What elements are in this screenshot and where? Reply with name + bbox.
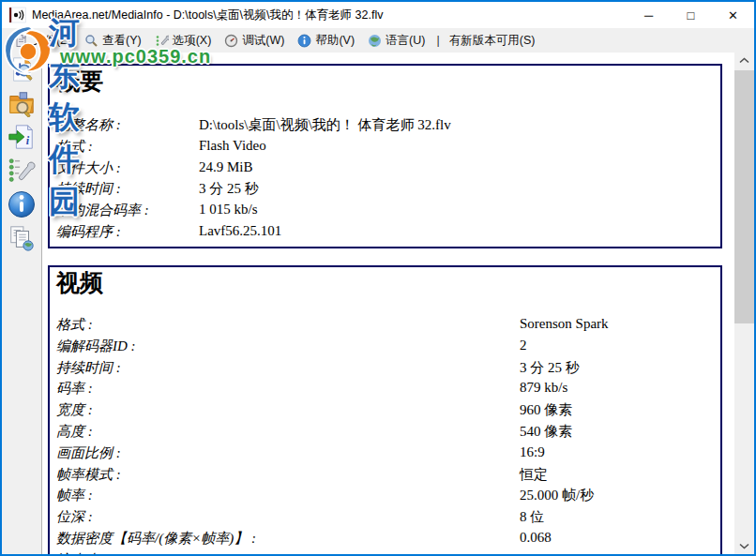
chevron-down-icon	[739, 543, 749, 549]
open-file-icon	[8, 55, 36, 83]
minimize-button[interactable]: ─	[627, 2, 670, 28]
info-row: 格式 : Flash Video	[50, 136, 720, 158]
export-report-button[interactable]	[5, 223, 38, 253]
maximize-button[interactable]: □	[670, 2, 712, 28]
about-button[interactable]	[5, 189, 38, 219]
info-row: 持续时间 : 3 分 25 秒	[50, 178, 720, 200]
menu-view[interactable]: 查看(Y)	[81, 30, 145, 52]
row-value: 8 位	[520, 508, 544, 526]
info-row: 高度 : 540 像素	[50, 421, 720, 443]
menu-view-label: 查看(Y)	[102, 33, 142, 49]
row-label: 宽度 :	[56, 401, 93, 419]
row-label: 格式 :	[56, 138, 93, 156]
options-menu-icon	[155, 34, 169, 48]
row-label: 持续时间 :	[56, 359, 121, 377]
row-label: 位深 :	[56, 508, 93, 526]
row-label: 画面比例 :	[56, 444, 121, 462]
export-report-icon	[8, 224, 36, 252]
row-label: 编解码器ID :	[56, 338, 136, 355]
info-row: 格式 : Sorenson Spark	[50, 314, 720, 336]
mediainfo-window: MediaArea.net/MediaInfo - D:\tools\桌面\视频…	[0, 0, 756, 556]
row-label: 帧率 :	[56, 487, 93, 504]
row-value: Lavf56.25.101	[199, 223, 281, 239]
open-folder-icon	[8, 89, 36, 117]
menu-debug-label: 调试(W)	[242, 33, 284, 49]
info-row: 持续时间 : 3 分 25 秒	[50, 357, 720, 379]
menu-separator: |	[436, 34, 439, 47]
info-row: 宽度 : 960 像素	[50, 399, 720, 421]
row-label: 高度 :	[56, 423, 93, 441]
row-label: 平均混合码率 :	[56, 202, 149, 219]
info-panel: 概要 完整名称 : D:\tools\桌面\视频\我的！ 体育老师 32.flv…	[42, 53, 734, 554]
summary-title: 概要	[56, 68, 720, 95]
row-label: 码率 :	[56, 380, 93, 398]
row-value: D:\tools\桌面\视频\我的！ 体育老师 32.flv	[199, 116, 451, 134]
menu-debug[interactable]: 调试(W)	[220, 30, 288, 52]
import-info-icon: i	[8, 123, 36, 151]
window-title: MediaArea.net/MediaInfo - D:\tools\桌面\视频…	[32, 8, 627, 23]
menu-file[interactable]: 文件(Z)	[11, 30, 75, 52]
row-label: 数据密度【码率/(像素×帧率)】 :	[56, 530, 256, 548]
preferences-icon	[8, 157, 36, 185]
info-row: 编码程序 : Lavf56.25.101	[50, 221, 720, 243]
view-menu-icon	[84, 34, 98, 48]
open-file-button[interactable]	[5, 54, 38, 84]
row-label: 文件大小 :	[56, 159, 121, 177]
close-button[interactable]: ✕	[712, 2, 754, 28]
menu-options[interactable]: 选项(X)	[151, 30, 216, 52]
scrollbar-thumb[interactable]	[734, 70, 754, 323]
info-row: 帧率 : 25.000 帧/秒	[50, 485, 720, 506]
preferences-button[interactable]	[5, 156, 38, 186]
row-value: 2	[520, 338, 527, 353]
row-label: 帧率模式 :	[56, 466, 121, 484]
chevron-up-icon	[739, 57, 749, 64]
row-value: Flash Video	[199, 138, 266, 154]
menu-update-notice[interactable]: 有新版本可用(S)	[446, 30, 539, 52]
row-value: 1 015 kb/s	[199, 202, 258, 218]
row-value: 24.9 MiB	[199, 159, 253, 175]
info-row: 数据密度【码率/(像素×帧率)】 : 0.068	[50, 528, 720, 549]
row-value: 恒定	[520, 466, 548, 484]
menu-help-label: 帮助(V)	[315, 33, 355, 49]
row-value: 3 分 25 秒	[199, 180, 259, 198]
menu-file-label: 文件(Z)	[33, 33, 71, 49]
info-row: 编解码器ID : 2	[50, 336, 720, 357]
title-bar: MediaArea.net/MediaInfo - D:\tools\桌面\视频…	[2, 2, 754, 28]
main-area: i	[2, 53, 754, 554]
row-label: 格式 :	[56, 316, 93, 334]
menu-help[interactable]: 帮助(V)	[294, 30, 358, 52]
row-label: 流大小 :	[56, 551, 107, 554]
row-value: 540 像素	[520, 423, 572, 441]
help-menu-icon	[297, 34, 311, 48]
row-value: 960 像素	[520, 401, 572, 419]
row-label: 编码程序 :	[56, 223, 121, 241]
row-value: 25.000 帧/秒	[520, 487, 594, 504]
row-value: 3 分 25 秒	[520, 359, 580, 377]
video-title: 视频	[56, 270, 720, 296]
info-row: 完整名称 : D:\tools\桌面\视频\我的！ 体育老师 32.flv	[50, 114, 720, 136]
vertical-scrollbar	[734, 53, 754, 554]
info-row: 码率 : 879 kb/s	[50, 378, 720, 399]
video-rows: 格式 : Sorenson Spark 编解码器ID : 2 持续时间 : 3 …	[50, 314, 720, 554]
row-value: 879 kb/s	[520, 380, 567, 396]
open-folder-button[interactable]	[5, 88, 38, 118]
section-summary: 概要 完整名称 : D:\tools\桌面\视频\我的！ 体育老师 32.flv…	[48, 64, 722, 248]
scroll-down-button[interactable]	[734, 538, 754, 554]
import-info-button[interactable]: i	[5, 122, 38, 152]
app-icon	[9, 7, 26, 23]
menu-language-label: 语言(U)	[386, 33, 425, 49]
row-label: 持续时间 :	[56, 180, 121, 198]
debug-menu-icon	[224, 34, 238, 48]
menu-options-label: 选项(X)	[173, 33, 212, 49]
scroll-up-button[interactable]	[734, 53, 754, 68]
section-video: 视频 格式 : Sorenson Spark 编解码器ID : 2 持续时间 :…	[48, 265, 722, 554]
scrollbar-track[interactable]	[734, 68, 754, 538]
info-row: 位深 : 8 位	[50, 506, 720, 528]
summary-rows: 完整名称 : D:\tools\桌面\视频\我的！ 体育老师 32.flv 格式…	[50, 114, 720, 243]
menu-language[interactable]: 语言(U)	[364, 30, 429, 52]
info-row: 画面比例 : 16:9	[50, 443, 720, 464]
menu-bar: 文件(Z) 查看(Y) 选项(X) 调试(W)	[2, 28, 754, 53]
sidebar-toolbar: i	[2, 53, 42, 554]
info-row: 帧率模式 : 恒定	[50, 464, 720, 486]
row-value: Sorenson Spark	[520, 316, 609, 332]
